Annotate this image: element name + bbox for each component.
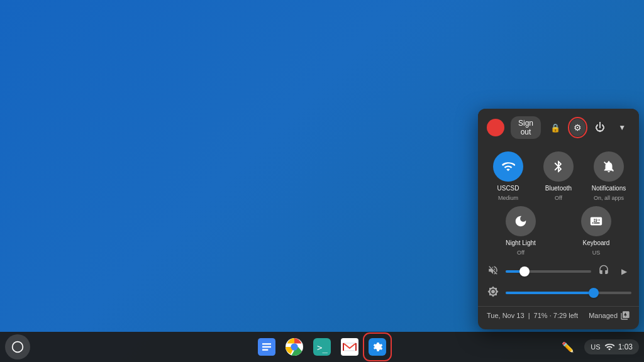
- bluetooth-toggle[interactable]: Bluetooth Off: [536, 151, 581, 201]
- brightness-icon: [486, 286, 501, 300]
- taskbar-right: ✏️ US 1:03: [555, 334, 639, 359]
- brightness-slider[interactable]: [506, 292, 631, 294]
- chevron-down-icon[interactable]: ▼: [614, 119, 630, 136]
- taskbar-center: >_: [254, 334, 390, 359]
- svg-text:>_: >_: [317, 343, 328, 353]
- toggle-grid-row1: USCSD Medium Bluetooth Off: [478, 146, 639, 206]
- docs-app-icon[interactable]: [254, 334, 279, 359]
- night-light-label: Night Light: [506, 239, 536, 247]
- audio-arrow-icon[interactable]: ▶: [616, 267, 631, 276]
- wifi-sublabel: Medium: [498, 195, 518, 201]
- night-light-sublabel: Off: [517, 250, 525, 256]
- battery-label: 71% · 7:29 left: [534, 312, 578, 319]
- input-method-label: US: [591, 343, 600, 351]
- brightness-slider-row: [478, 282, 639, 304]
- date-label: Tue, Nov 13: [487, 312, 525, 319]
- wifi-tray-icon: [604, 342, 614, 352]
- terminal-app-icon[interactable]: >_: [309, 334, 335, 359]
- lock-icon[interactable]: 🔒: [547, 119, 563, 136]
- system-tray[interactable]: US 1:03: [584, 339, 639, 354]
- taskbar: >_: [0, 332, 644, 362]
- launcher-button[interactable]: [5, 334, 30, 359]
- headphones-icon: [596, 265, 611, 278]
- power-icon[interactable]: ⏻: [592, 119, 608, 136]
- keyboard-toggle[interactable]: Keyboard US: [561, 206, 631, 256]
- taskbar-left: [5, 334, 30, 359]
- settings-icon[interactable]: ⚙: [570, 119, 586, 136]
- clock: 1:03: [618, 343, 633, 351]
- chrome-app-icon[interactable]: [282, 334, 307, 359]
- night-light-icon: [506, 206, 536, 236]
- svg-rect-3: [262, 343, 271, 344]
- sign-out-button[interactable]: Sign out: [511, 116, 541, 139]
- keyboard-icon: [581, 206, 611, 236]
- svg-point-8: [291, 344, 298, 351]
- quick-settings-panel: Sign out 🔒 ⚙ ⏻ ▼ USCSD Medium: [478, 109, 639, 329]
- qs-header: Sign out 🔒 ⚙ ⏻ ▼: [478, 109, 639, 146]
- svg-rect-5: [262, 349, 268, 351]
- toggle-grid-row2: Night Light Off Keyboard US: [478, 206, 639, 261]
- notifications-toggle[interactable]: Notifications On, all apps: [586, 151, 631, 201]
- svg-rect-4: [262, 346, 271, 348]
- keyboard-sublabel: US: [592, 250, 601, 256]
- night-light-toggle[interactable]: Night Light Off: [486, 206, 556, 256]
- volume-slider[interactable]: [506, 270, 591, 273]
- notifications-label: Notifications: [592, 184, 626, 192]
- svg-point-1: [13, 342, 23, 353]
- mute-icon: [486, 265, 501, 278]
- bluetooth-sublabel: Off: [555, 195, 562, 201]
- bluetooth-label: Bluetooth: [545, 184, 572, 192]
- notifications-sublabel: On, all apps: [594, 195, 624, 201]
- managed-icon: [620, 310, 630, 321]
- desktop: Sign out 🔒 ⚙ ⏻ ▼ USCSD Medium: [0, 0, 644, 362]
- bluetooth-icon: [543, 151, 574, 182]
- qs-status-bar: Tue, Nov 13 | 71% · 7:29 left Managed: [478, 306, 639, 324]
- stylus-icon[interactable]: ✏️: [555, 334, 580, 359]
- wifi-label: USCSD: [497, 184, 519, 192]
- wifi-toggle[interactable]: USCSD Medium: [486, 151, 531, 201]
- avatar: [487, 119, 504, 136]
- date-battery-label: Tue, Nov 13 | 71% · 7:29 left: [487, 312, 578, 319]
- managed-label: Managed: [589, 310, 630, 321]
- volume-slider-row: ▶: [478, 261, 639, 282]
- notifications-icon: [594, 151, 624, 182]
- wifi-icon: [493, 151, 523, 182]
- keyboard-label: Keyboard: [583, 239, 610, 247]
- settings-app-icon[interactable]: [365, 334, 390, 359]
- gmail-app-icon[interactable]: [337, 334, 362, 359]
